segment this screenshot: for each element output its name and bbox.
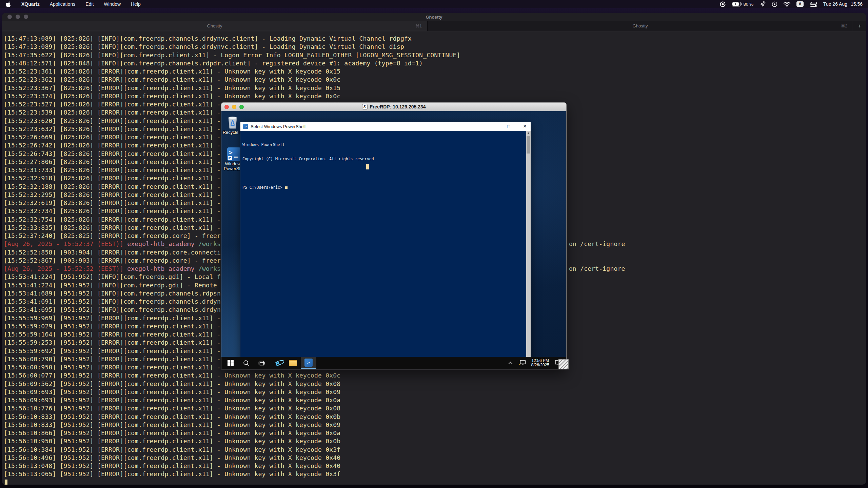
maximize-button[interactable]: □: [506, 124, 511, 129]
shortcut-arrow-icon: [228, 156, 232, 160]
tab-bar: Ghostty⌘1Ghostty⌘2+: [2, 21, 866, 31]
log-line-tail: on /cert-ignore: [569, 265, 625, 273]
powershell-console[interactable]: Windows PowerShell Copyright (C) Microso…: [240, 131, 526, 365]
tab-label: Ghostty: [207, 23, 222, 28]
task-view-button[interactable]: [254, 357, 270, 369]
log-line: [15:47:35:622] [825:826] [INFO][com.free…: [4, 51, 865, 59]
new-tab-button[interactable]: +: [853, 21, 866, 31]
close-window-button[interactable]: [224, 105, 229, 109]
console-line: Copyright (C) Microsoft Corporation. All…: [242, 157, 526, 161]
location-icon[interactable]: [760, 1, 766, 7]
recycle-bin-label: Recycle B: [223, 130, 243, 135]
scroll-up-icon[interactable]: ▲: [526, 131, 531, 136]
console-line: Windows PowerShell: [242, 142, 526, 147]
log-line: [15:56:13:065] [951:952] [ERROR][com.fre…: [4, 470, 865, 478]
log-line: [15:56:10:833] [951:952] [ERROR][com.fre…: [4, 413, 865, 421]
menubar-item-help[interactable]: Help: [131, 1, 141, 7]
powershell-glyph: >: [227, 147, 241, 161]
menubar-item-window[interactable]: Window: [104, 1, 121, 7]
log-line: [15:52:23:361] [825:826] [ERROR][com.fre…: [4, 67, 865, 76]
taskbar-date: 8/26/2025: [531, 363, 549, 368]
scroll-thumb[interactable]: [527, 136, 530, 154]
log-line: [15:56:09:562] [951:952] [ERROR][com.fre…: [4, 380, 865, 388]
taskbar-left: e >: [221, 357, 316, 369]
menubar-clock[interactable]: Tue 26 Aug 15.56: [823, 1, 863, 7]
menubar-item-xquartz[interactable]: XQuartz: [21, 1, 40, 7]
console-prompt-line: PS C:\Users\eric>: [242, 185, 526, 190]
minimize-button[interactable]: –: [490, 124, 495, 129]
menubar-status: 80 % A Tue 26 Aug 15.56: [720, 1, 868, 7]
powershell-window: > Select Windows PowerShell – □ × Window…: [240, 122, 531, 366]
svg-text:!: !: [519, 364, 520, 365]
start-icon: [228, 360, 234, 366]
x11-icon: X: [362, 104, 368, 109]
menubar-menus: XQuartzApplicationsEditWindowHelp: [21, 1, 141, 7]
network-icon[interactable]: !: [518, 360, 526, 366]
log-line: [15:56:00:077] [951:952] [ERROR][com.fre…: [4, 371, 865, 380]
terminal-cursor: [4, 480, 7, 485]
close-button[interactable]: ×: [522, 123, 527, 130]
tray-chevron-icon[interactable]: [508, 362, 513, 365]
freerdp-window: X FreeRDP: 10.129.205.234 Recycle B >: [221, 102, 567, 370]
log-line: [4, 479, 865, 485]
input-source-badge[interactable]: A: [796, 1, 804, 7]
powershell-titlebar[interactable]: > Select Windows PowerShell – □ ×: [240, 122, 531, 131]
log-line: [15:56:10:866] [951:952] [ERROR][com.fre…: [4, 429, 865, 437]
ghostty-titlebar[interactable]: Ghostty: [2, 13, 866, 21]
record-circle-icon[interactable]: [720, 1, 726, 7]
menubar-time: 15.56: [851, 1, 863, 7]
powershell-icon: >: [304, 359, 313, 367]
menubar-left: XQuartzApplicationsEditWindowHelp: [0, 1, 141, 7]
apple-menu-icon[interactable]: [6, 1, 11, 7]
taskbar-clock[interactable]: 12:56 PM 8/26/2025: [531, 359, 549, 368]
log-line: [15:56:09:693] [951:952] [ERROR][com.fre…: [4, 388, 865, 396]
minimize-window-button[interactable]: [232, 105, 236, 109]
wifi-icon[interactable]: [784, 2, 790, 7]
resize-grip[interactable]: [558, 359, 569, 369]
log-line: [15:52:23:362] [825:826] [ERROR][com.fre…: [4, 76, 865, 84]
search-button[interactable]: [238, 357, 254, 369]
log-line: [15:56:13:048] [951:952] [ERROR][com.fre…: [4, 462, 865, 470]
windows-taskbar: e > ! 12:5: [221, 357, 566, 369]
powershell-title: Select Windows PowerShell: [251, 124, 305, 129]
log-line: [15:48:12:571] [825:848] [INFO][com.free…: [4, 59, 865, 67]
rdp-desktop[interactable]: Recycle B > Windows PowerShe > Select Wi…: [221, 111, 567, 369]
menubar-item-edit[interactable]: Edit: [85, 1, 94, 7]
menubar-item-applications[interactable]: Applications: [50, 1, 76, 7]
scrollbar[interactable]: ▲ ▼: [526, 131, 531, 365]
log-line: [15:56:10:950] [951:952] [ERROR][com.fre…: [4, 437, 865, 445]
start-button[interactable]: [223, 357, 238, 369]
freerdp-titlebar[interactable]: X FreeRDP: 10.129.205.234: [221, 102, 567, 111]
minimize-window-button[interactable]: [16, 15, 20, 19]
log-line: [15:52:23:374] [825:826] [ERROR][com.fre…: [4, 92, 865, 100]
battery-percent: 80 %: [744, 2, 754, 7]
log-line: [15:56:10:833] [951:952] [ERROR][com.fre…: [4, 421, 865, 429]
tab-shortcut: ⌘2: [841, 24, 847, 28]
console-line: [242, 171, 526, 176]
play-circle-icon[interactable]: [772, 1, 777, 7]
menubar-date: Tue 26 Aug: [823, 1, 847, 7]
tab-1[interactable]: Ghostty⌘1: [2, 21, 428, 31]
zoom-window-button[interactable]: [24, 15, 28, 19]
log-line: [15:56:10:496] [951:952] [ERROR][com.fre…: [4, 454, 865, 462]
log-line-tail: on /cert-ignore: [569, 240, 625, 248]
internet-explorer-button[interactable]: e: [270, 357, 285, 369]
log-line: [15:56:10:384] [951:952] [ERROR][com.fre…: [4, 446, 865, 454]
stray-text-cursor: [366, 164, 369, 169]
log-line: [15:47:13:089] [825:826] [INFO][com.free…: [4, 35, 865, 43]
internet-explorer-icon: e: [276, 359, 279, 367]
taskbar-time: 12:56 PM: [531, 359, 549, 363]
file-explorer-button[interactable]: [285, 357, 301, 369]
close-window-button[interactable]: [7, 15, 12, 19]
log-line: [15:56:09:693] [951:952] [ERROR][com.fre…: [4, 396, 865, 404]
text-cursor: [285, 186, 288, 189]
battery-icon[interactable]: 80 %: [732, 2, 754, 7]
control-center-icon[interactable]: [810, 2, 817, 7]
tab-label: Ghostty: [633, 23, 648, 28]
search-icon: [243, 360, 250, 366]
powershell-taskbar-button[interactable]: >: [301, 357, 316, 369]
zoom-window-button[interactable]: [239, 105, 244, 109]
tab-2[interactable]: Ghostty⌘2: [428, 21, 853, 31]
powershell-icon: >: [243, 124, 248, 129]
task-view-icon: [258, 360, 265, 366]
